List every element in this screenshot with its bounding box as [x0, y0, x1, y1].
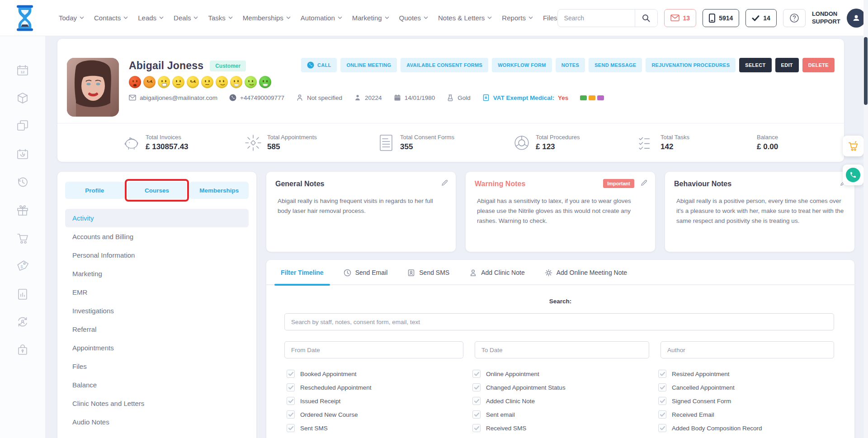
tab-courses[interactable]: Courses — [127, 182, 187, 199]
nav-leads[interactable]: Leads — [138, 14, 164, 22]
scrollbar-thumb[interactable] — [864, 37, 868, 105]
filter-cancelled-appointment[interactable]: Cancelled Appointment — [658, 383, 843, 391]
help-button[interactable] — [783, 9, 806, 27]
filter-online-appointment[interactable]: Online Appointment — [472, 370, 658, 378]
floating-cart-button[interactable] — [843, 136, 863, 156]
tag-orange[interactable] — [589, 95, 595, 100]
nav-today[interactable]: Today — [59, 14, 84, 22]
tag-green[interactable] — [580, 95, 587, 100]
nav-contacts[interactable]: Contacts — [94, 14, 128, 22]
filter-added-clinic-note[interactable]: Added Clinic Note — [472, 397, 658, 405]
filter-added-body-composition-record[interactable]: Added Body Composition Record — [658, 424, 843, 432]
filter-booked-appointment[interactable]: Booked Appointment — [287, 370, 472, 378]
search-button[interactable] — [635, 9, 657, 27]
notes-button[interactable]: NOTES — [556, 58, 585, 72]
menu-drinks[interactable]: Drinks — [65, 431, 249, 438]
edit-note-icon[interactable] — [441, 179, 448, 187]
history-icon[interactable] — [16, 176, 29, 188]
tasks-badge[interactable]: 14 — [745, 9, 777, 27]
filter-sent-sms[interactable]: Sent SMS — [287, 424, 472, 432]
emoji-slight-smile[interactable] — [216, 76, 228, 88]
menu-referral[interactable]: Referral — [65, 320, 249, 339]
nav-automation[interactable]: Automation — [301, 14, 342, 22]
emoji-upset[interactable] — [143, 76, 156, 88]
nav-quotes[interactable]: Quotes — [399, 14, 428, 22]
delete-button[interactable]: DELETE — [802, 58, 835, 72]
tag-purple[interactable] — [597, 95, 604, 100]
tab-profile[interactable]: Profile — [65, 182, 124, 199]
menu-investigations[interactable]: Investigations — [65, 301, 249, 320]
to-date-input[interactable] — [475, 341, 649, 358]
filter-rescheduled-appointment[interactable]: Rescheduled Appointment — [287, 383, 472, 391]
phone-item[interactable]: +447490009777 — [229, 94, 284, 101]
emoji-open-smile[interactable] — [230, 76, 242, 88]
tab-filter-timeline[interactable]: Filter Timeline — [281, 260, 324, 285]
menu-audio-notes[interactable]: Audio Notes — [65, 413, 249, 431]
online-meeting-button[interactable]: ONLINE MEETING — [340, 58, 397, 72]
nav-tasks[interactable]: Tasks — [208, 14, 232, 22]
menu-activity[interactable]: Activity — [65, 209, 249, 227]
menu-emr[interactable]: EMR — [65, 283, 249, 301]
from-date-input[interactable] — [284, 341, 463, 358]
nav-files[interactable]: Files — [543, 14, 557, 22]
user-avatar[interactable] — [847, 9, 866, 28]
nav-reports[interactable]: Reports — [502, 14, 533, 22]
edit-note-icon[interactable] — [640, 179, 648, 187]
edit-button[interactable]: EDIT — [775, 58, 799, 72]
nav-memberships[interactable]: Memberships — [243, 14, 291, 22]
messages-badge[interactable]: 13 — [664, 9, 697, 27]
lock-icon[interactable] — [16, 344, 29, 356]
menu-personal-information[interactable]: Personal Information — [65, 246, 249, 264]
app-logo-icon[interactable] — [12, 4, 38, 32]
emoji-neutral[interactable] — [172, 76, 184, 88]
report-icon[interactable] — [16, 288, 29, 301]
emoji-smile[interactable] — [245, 76, 257, 88]
tab-send-sms[interactable]: Send SMS — [407, 260, 449, 285]
filter-changed-appointment-status[interactable]: Changed Appointment Status — [472, 383, 658, 391]
tab-memberships[interactable]: Memberships — [189, 182, 249, 199]
price-tag-icon[interactable]: $ — [16, 259, 29, 272]
emoji-grimace[interactable] — [158, 76, 170, 88]
filter-received-email[interactable]: Received Email — [658, 410, 843, 419]
available-consent-forms-button[interactable]: AVAILABLE CONSENT FORMS — [401, 58, 488, 72]
floating-phone-button[interactable] — [843, 165, 863, 185]
filter-sent-email[interactable]: Sent email — [472, 410, 658, 419]
nav-deals[interactable]: Deals — [174, 14, 198, 22]
nav-marketing[interactable]: Marketing — [352, 14, 389, 22]
tab-add-clinic-note[interactable]: Add Clinic Note — [469, 260, 525, 285]
menu-balance[interactable]: Balance — [65, 376, 249, 394]
calendar-icon[interactable]: 12 — [16, 64, 29, 77]
menu-appointments[interactable]: Appointments — [65, 339, 249, 357]
workflow-form-button[interactable]: WORKFLOW FORM — [492, 58, 552, 72]
gift-icon[interactable] — [16, 204, 29, 217]
calendar-return-icon[interactable] — [16, 148, 29, 160]
filter-issued-receipt[interactable]: Issued Receipt — [287, 397, 472, 405]
calls-badge[interactable]: 5914 — [703, 9, 739, 27]
filter-resized-appointment[interactable]: Resized Appointment — [658, 370, 843, 378]
nav-notes-letters[interactable]: Notes & Letters — [438, 14, 492, 22]
vertical-scrollbar[interactable] — [863, 0, 868, 438]
send-message-button[interactable]: SEND MESSAGE — [589, 58, 642, 72]
menu-clinic-notes-and-letters[interactable]: Clinic Notes and Letters — [65, 394, 249, 413]
tab-add-online-meeting-note[interactable]: Add Online Meeting Note — [545, 260, 627, 285]
copy-icon[interactable] — [16, 119, 29, 132]
emoji-angry[interactable] — [129, 76, 141, 88]
package-icon[interactable] — [16, 92, 29, 104]
person-sync-icon[interactable] — [16, 316, 29, 328]
timeline-search-input[interactable] — [284, 313, 834, 330]
filter-signed-consent-form[interactable]: Signed Consent Form — [658, 397, 843, 405]
emoji-neutral[interactable] — [201, 76, 213, 88]
emoji-frown[interactable] — [187, 76, 199, 88]
menu-files[interactable]: Files — [65, 357, 249, 376]
call-button[interactable]: CALL — [301, 58, 337, 72]
global-search-input[interactable] — [558, 14, 635, 22]
emoji-grin[interactable] — [259, 76, 271, 88]
menu-marketing[interactable]: Marketing — [65, 264, 249, 283]
author-input[interactable] — [660, 341, 834, 358]
cart-icon[interactable] — [16, 232, 29, 245]
select-button[interactable]: SELECT — [739, 58, 771, 72]
email-item[interactable]: abigailjones@mailinator.com — [129, 94, 217, 101]
tab-send-email[interactable]: Send Email — [344, 260, 388, 285]
filter-ordered-new-course[interactable]: Ordered New Course — [287, 410, 472, 419]
filter-received-sms[interactable]: Received SMS — [472, 424, 658, 432]
